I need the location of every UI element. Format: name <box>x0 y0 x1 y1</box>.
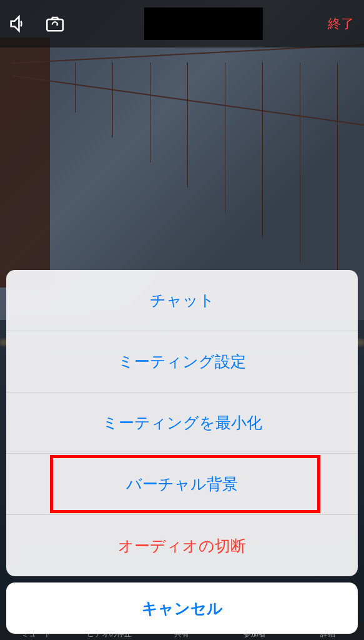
sheet-item-minimize[interactable]: ミーティングを最小化 <box>6 392 358 454</box>
sheet-item-label: バーチャル背景 <box>126 474 238 494</box>
action-sheet-container: チャット ミーティング設定 ミーティングを最小化 バーチャル背景 オーディオの切… <box>0 270 364 640</box>
top-bar: 終了 <box>0 0 364 48</box>
end-meeting-button[interactable]: 終了 <box>325 12 357 35</box>
flip-camera-icon[interactable] <box>44 13 66 34</box>
svg-rect-0 <box>47 19 63 31</box>
sheet-item-disconnect-audio[interactable]: オーディオの切断 <box>6 515 358 576</box>
sheet-item-label: チャット <box>150 290 215 311</box>
sheet-item-label: ミーティングを最小化 <box>102 412 262 433</box>
meeting-info-box[interactable] <box>144 8 263 40</box>
sheet-item-chat[interactable]: チャット <box>6 270 358 331</box>
cancel-button[interactable]: キャンセル <box>6 582 358 634</box>
sheet-item-label: ミーティング設定 <box>118 351 246 372</box>
cancel-button-label: キャンセル <box>142 598 223 619</box>
sheet-item-label: オーディオの切断 <box>118 536 246 556</box>
action-sheet: チャット ミーティング設定 ミーティングを最小化 バーチャル背景 オーディオの切… <box>6 270 358 576</box>
sheet-item-virtual-background[interactable]: バーチャル背景 <box>6 454 358 515</box>
speaker-icon[interactable] <box>7 13 29 34</box>
top-center <box>81 8 325 40</box>
sheet-item-meeting-settings[interactable]: ミーティング設定 <box>6 331 358 392</box>
